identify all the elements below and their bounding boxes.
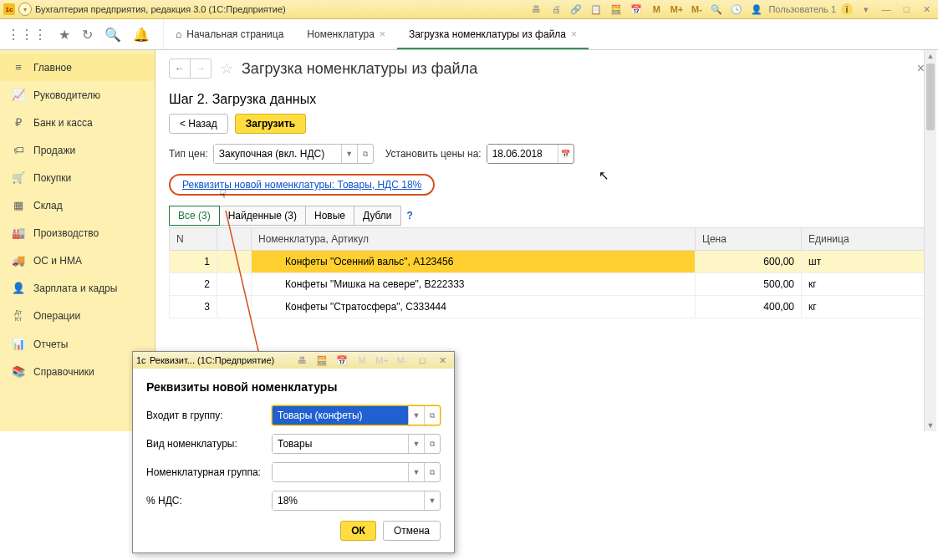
memory-mplus[interactable]: M+ bbox=[375, 354, 389, 367]
scrollbar-thumb[interactable] bbox=[926, 64, 935, 130]
dropdown-icon[interactable]: ▼ bbox=[424, 491, 440, 510]
vertical-scrollbar[interactable]: ▲ ▼ bbox=[924, 50, 936, 431]
dropdown-icon[interactable]: ▼ bbox=[408, 463, 424, 481]
history-icon[interactable]: 🕓 bbox=[730, 3, 743, 16]
apps-icon[interactable]: ⋮⋮⋮ bbox=[7, 27, 47, 43]
factory-icon: 🏭 bbox=[12, 227, 25, 239]
cancel-button[interactable]: Отмена bbox=[383, 521, 441, 541]
sidebar-item-assets[interactable]: 🚚ОС и НМА bbox=[0, 247, 155, 274]
sidebar-item-sales[interactable]: 🏷Продажи bbox=[0, 136, 155, 164]
menu-icon: ≡ bbox=[12, 61, 25, 74]
modal-close-icon[interactable]: ✕ bbox=[436, 354, 449, 367]
history-nav-icon[interactable]: ↻ bbox=[82, 27, 93, 43]
requisites-link[interactable]: Реквизиты новой номенклатуры: Товары, НД… bbox=[182, 179, 421, 191]
table-row[interactable]: 2 Конфеты "Мишка на севере", B222333 500… bbox=[170, 273, 925, 296]
group-input[interactable] bbox=[273, 406, 408, 425]
modal-title: Реквизиты новой номенклатуры bbox=[146, 380, 441, 394]
maximize-icon[interactable]: □ bbox=[900, 3, 913, 16]
price-type-combo[interactable]: ▼ ⧉ bbox=[213, 144, 374, 164]
modal-max-icon[interactable]: □ bbox=[415, 354, 429, 367]
sidebar-item-hr[interactable]: 👤Зарплата и кадры bbox=[0, 274, 155, 302]
table-row[interactable]: 3 Конфеты "Стратосфера", C333444 400,00 … bbox=[170, 296, 925, 318]
open-dialog-icon[interactable]: ⧉ bbox=[424, 463, 440, 481]
bell-icon[interactable]: 🔔 bbox=[133, 27, 150, 43]
nav-back-fwd: ← → bbox=[169, 59, 212, 79]
star-icon[interactable]: ★ bbox=[59, 27, 70, 43]
info-icon[interactable]: i bbox=[841, 3, 853, 15]
dropdown-icon[interactable]: ▼ bbox=[341, 145, 357, 163]
price-type-label: Тип цен: bbox=[169, 148, 208, 160]
books-icon: 📚 bbox=[12, 365, 25, 378]
date-combo[interactable]: 📅 bbox=[487, 144, 574, 164]
sidebar-item-bank[interactable]: ₽Банк и касса bbox=[0, 109, 155, 136]
app-logo-icon: 1c bbox=[3, 3, 15, 15]
memory-mminus[interactable]: M- bbox=[690, 3, 703, 16]
back-button[interactable]: < Назад bbox=[169, 114, 228, 134]
nav-fwd-button[interactable]: → bbox=[191, 59, 211, 78]
favorite-star-icon[interactable]: ☆ bbox=[220, 59, 233, 78]
app-title: Бухгалтерия предприятия, редакция 3.0 (1… bbox=[35, 4, 286, 14]
help-icon[interactable]: ? bbox=[407, 210, 413, 221]
close-tab-icon[interactable]: × bbox=[380, 28, 385, 40]
sidebar-item-operations[interactable]: Дт КтОперации bbox=[0, 302, 155, 330]
link-icon[interactable]: 🔗 bbox=[569, 3, 583, 16]
user-icon[interactable]: 👤 bbox=[750, 3, 763, 16]
load-button[interactable]: Загрузить bbox=[235, 114, 306, 134]
step-title: Шаг 2. Загрузка данных bbox=[169, 92, 925, 107]
calendar-icon[interactable]: 📅 bbox=[335, 354, 349, 367]
vat-combo[interactable]: ▼ bbox=[272, 491, 441, 511]
memory-mminus[interactable]: M- bbox=[395, 354, 409, 367]
type-combo[interactable]: ▼ ⧉ bbox=[272, 434, 441, 454]
info-dd[interactable]: ▾ bbox=[859, 3, 873, 16]
nav-back-button[interactable]: ← bbox=[170, 59, 191, 78]
sidebar-item-purchases[interactable]: 🛒Покупки bbox=[0, 164, 155, 191]
sidebar-label: Отчеты bbox=[33, 339, 68, 350]
sidebar-item-warehouse[interactable]: ▦Склад bbox=[0, 191, 155, 219]
memory-m[interactable]: M bbox=[650, 3, 663, 16]
tab-home[interactable]: ⌂Начальная страница bbox=[164, 21, 295, 49]
type-input[interactable] bbox=[273, 435, 408, 453]
nomgrp-combo[interactable]: ▼ ⧉ bbox=[272, 462, 441, 482]
scroll-up-icon[interactable]: ▲ bbox=[927, 50, 935, 62]
calendar-icon[interactable]: 📅 bbox=[630, 3, 643, 16]
clipboard-icon[interactable]: 📋 bbox=[589, 3, 603, 16]
tab-new[interactable]: Новые bbox=[305, 206, 354, 226]
app-menu-dropdown[interactable]: ▾ bbox=[18, 3, 32, 16]
nomgrp-input[interactable] bbox=[273, 463, 408, 481]
price-type-input[interactable] bbox=[214, 145, 341, 163]
print-icon[interactable]: 🖶 bbox=[529, 3, 543, 16]
sidebar-item-production[interactable]: 🏭Производство bbox=[0, 219, 155, 247]
vat-input[interactable] bbox=[273, 491, 424, 510]
scroll-down-icon[interactable]: ▼ bbox=[927, 420, 935, 431]
dropdown-icon[interactable]: ▼ bbox=[408, 406, 424, 425]
close-window-icon[interactable]: ✕ bbox=[920, 3, 933, 16]
close-tab-icon[interactable]: × bbox=[571, 28, 577, 40]
sidebar-item-main[interactable]: ≡Главное bbox=[0, 53, 155, 81]
calc-icon[interactable]: 🧮 bbox=[315, 354, 329, 367]
tab-dup[interactable]: Дубли bbox=[354, 206, 401, 226]
open-dialog-icon[interactable]: ⧉ bbox=[357, 145, 373, 163]
open-dialog-icon[interactable]: ⧉ bbox=[424, 406, 440, 425]
zoom-icon[interactable]: 🔍 bbox=[710, 3, 723, 16]
memory-mplus[interactable]: M+ bbox=[670, 3, 683, 16]
print-icon[interactable]: 🖶 bbox=[295, 354, 308, 367]
calendar-picker-icon[interactable]: 📅 bbox=[558, 145, 574, 163]
minimize-icon[interactable]: — bbox=[879, 3, 893, 16]
print2-icon[interactable]: 🖨 bbox=[549, 3, 563, 16]
tab-load-file[interactable]: Загрузка номенклатуры из файла× bbox=[397, 21, 589, 49]
tab-found[interactable]: Найденные (3) bbox=[219, 206, 306, 226]
sidebar-label: Руководителю bbox=[33, 89, 100, 101]
group-combo[interactable]: ▼ ⧉ bbox=[272, 405, 441, 425]
open-dialog-icon[interactable]: ⧉ bbox=[424, 435, 440, 453]
sidebar-item-manager[interactable]: 📈Руководителю bbox=[0, 81, 155, 109]
ok-button[interactable]: ОК bbox=[340, 521, 376, 541]
table-row[interactable]: 1 Конфеты "Осенний вальс", A123456 600,0… bbox=[170, 251, 925, 273]
search-icon[interactable]: 🔍 bbox=[105, 27, 121, 43]
memory-m[interactable]: M bbox=[355, 354, 369, 367]
dropdown-icon[interactable]: ▼ bbox=[408, 435, 424, 453]
tab-all[interactable]: Все (3) bbox=[169, 206, 220, 226]
cell-n: 2 bbox=[170, 273, 217, 296]
date-input[interactable] bbox=[487, 145, 558, 163]
tab-nomenclature[interactable]: Номенклатура× bbox=[295, 21, 397, 49]
calc-icon[interactable]: 🧮 bbox=[609, 3, 623, 16]
